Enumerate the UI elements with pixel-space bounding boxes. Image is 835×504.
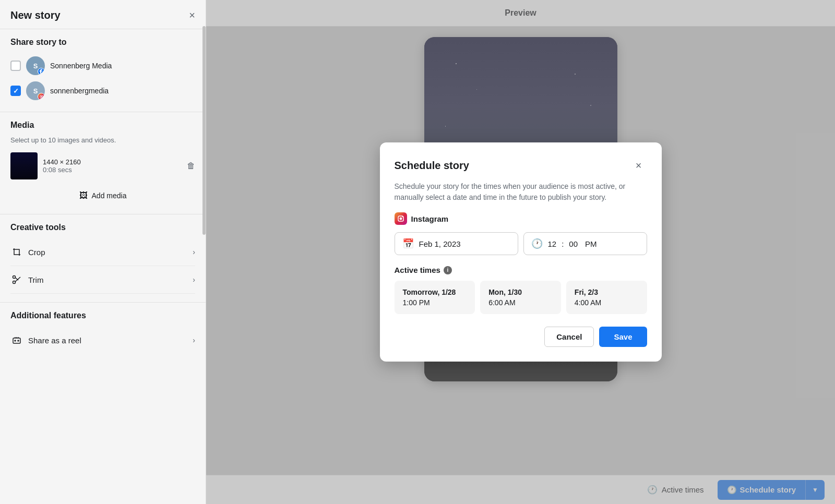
time-slot-1[interactable]: Mon, 1/30 6:00 AM	[480, 281, 561, 314]
share-as-reel-item[interactable]: Share as a reel ›	[10, 327, 195, 354]
additional-features-section: Additional features Share as a reel ›	[0, 303, 206, 362]
trim-tool-item[interactable]: Trim ›	[10, 266, 195, 294]
slot-day-0: Tomorrow, 1/28	[403, 288, 467, 296]
sidebar-scrollbar[interactable]	[202, 26, 206, 235]
crop-tool-item[interactable]: Crop ›	[10, 238, 195, 266]
modal-close-icon: ×	[636, 160, 642, 172]
modal-title: Schedule story	[395, 160, 469, 172]
modal-header: Schedule story ×	[395, 157, 647, 174]
save-button[interactable]: Save	[599, 327, 647, 347]
account-checkbox-facebook[interactable]	[10, 61, 21, 71]
time-picker[interactable]: 🕐 12 : 00 PM	[523, 232, 647, 255]
svg-rect-7	[13, 338, 20, 343]
active-times-section-label: Active times i	[395, 266, 647, 274]
close-sidebar-icon[interactable]: ×	[189, 9, 195, 21]
active-times-info-icon[interactable]: i	[444, 266, 452, 274]
date-value: Feb 1, 2023	[419, 239, 461, 248]
creative-tools-label: Creative tools	[10, 223, 195, 232]
account-avatar-facebook: S	[26, 56, 45, 75]
account-name-instagram: sonnenbergmedia	[50, 87, 109, 95]
crop-icon	[10, 246, 23, 258]
modal-close-button[interactable]: ×	[630, 157, 647, 174]
add-media-label: Add media	[92, 191, 127, 200]
time-slots-container: Tomorrow, 1/28 1:00 PM Mon, 1/30 6:00 AM…	[395, 281, 647, 314]
date-picker[interactable]: 📅 Feb 1, 2023	[395, 232, 518, 255]
media-duration: 0:08 secs	[43, 166, 182, 174]
time-slot-2[interactable]: Fri, 2/3 4:00 AM	[566, 281, 647, 314]
media-label: Media	[10, 121, 195, 130]
slot-time-0: 1:00 PM	[403, 298, 467, 307]
share-story-label: Share story to	[10, 38, 195, 47]
modal-platform: Instagram	[395, 212, 647, 225]
modal-overlay: Schedule story × Schedule your story for…	[206, 0, 835, 504]
add-media-icon: 🖼	[79, 191, 88, 200]
share-as-reel-label: Share as a reel	[28, 336, 193, 345]
datetime-row: 📅 Feb 1, 2023 🕐 12 : 00 PM	[395, 232, 647, 255]
facebook-badge-icon	[38, 68, 45, 75]
instagram-platform-icon	[395, 212, 407, 225]
account-name-facebook: Sonnenberg Media	[50, 62, 112, 70]
svg-point-1	[41, 96, 42, 98]
modal-description: Schedule your story for the times when y…	[395, 181, 647, 203]
instagram-badge-icon	[38, 93, 45, 100]
time-separator: :	[562, 239, 564, 248]
avatar-bg-facebook: S	[26, 56, 45, 75]
svg-point-8	[15, 340, 16, 341]
svg-point-11	[399, 218, 402, 220]
trim-label: Trim	[28, 275, 193, 284]
sidebar: New story × Share story to S	[0, 0, 206, 504]
reel-icon	[10, 334, 23, 346]
delete-media-icon[interactable]: 🗑	[187, 161, 195, 171]
svg-point-9	[18, 340, 19, 341]
account-avatar-instagram: S	[26, 81, 45, 100]
media-thumb-inner	[10, 152, 38, 179]
media-item: 1440 × 2160 0:08 secs 🗑	[10, 150, 195, 182]
time-minute: 00	[569, 239, 578, 248]
trim-arrow-icon: ›	[193, 275, 195, 284]
svg-point-12	[402, 217, 403, 218]
media-section: Media Select up to 10 images and videos.…	[0, 112, 206, 214]
slot-time-2: 4:00 AM	[575, 298, 639, 307]
add-media-button[interactable]: 🖼 Add media	[10, 186, 195, 206]
additional-features-label: Additional features	[10, 311, 195, 320]
time-hour: 12	[548, 239, 557, 248]
active-times-section: Active times i Tomorrow, 1/28 1:00 PM Mo…	[395, 266, 647, 314]
slot-day-2: Fri, 2/3	[575, 288, 639, 296]
trim-icon	[10, 273, 23, 286]
time-slot-0[interactable]: Tomorrow, 1/28 1:00 PM	[395, 281, 475, 314]
creative-tools-section: Creative tools Crop › Trim ›	[0, 214, 206, 303]
clock-icon: 🕐	[531, 238, 543, 249]
calendar-icon: 📅	[402, 238, 414, 249]
media-thumbnail	[10, 152, 38, 179]
media-info: 1440 × 2160 0:08 secs	[43, 158, 182, 174]
share-story-section: Share story to S Sonnenberg Media	[0, 29, 206, 112]
schedule-story-modal: Schedule story × Schedule your story for…	[380, 142, 662, 362]
preview-area: Preview 🕐 Active tim	[206, 0, 835, 504]
account-item-facebook[interactable]: S Sonnenberg Media	[10, 53, 195, 78]
sidebar-title: New story	[10, 9, 61, 21]
svg-point-2	[42, 95, 42, 95]
slot-time-1: 6:00 AM	[488, 298, 553, 307]
time-period: PM	[585, 239, 597, 248]
cancel-button[interactable]: Cancel	[544, 327, 594, 347]
platform-name: Instagram	[411, 214, 449, 223]
account-item-instagram[interactable]: S sonnenbergmedia	[10, 78, 195, 103]
reel-arrow-icon: ›	[193, 336, 195, 344]
media-subtitle: Select up to 10 images and videos.	[10, 136, 195, 144]
account-checkbox-instagram[interactable]	[10, 86, 21, 96]
media-dimensions: 1440 × 2160	[43, 158, 182, 166]
main-window: New story × Share story to S	[0, 0, 835, 504]
sidebar-header: New story ×	[0, 0, 206, 29]
crop-arrow-icon: ›	[193, 248, 195, 256]
modal-actions: Cancel Save	[395, 327, 647, 347]
avatar-bg-instagram: S	[26, 81, 45, 100]
slot-day-1: Mon, 1/30	[488, 288, 553, 296]
crop-label: Crop	[28, 248, 193, 257]
